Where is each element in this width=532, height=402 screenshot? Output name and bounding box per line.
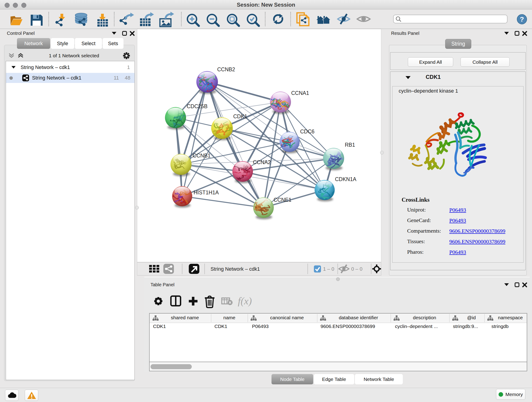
svg-text:HIST1H1A: HIST1H1A [194,190,219,196]
svg-text:1 – 0: 1 – 0 [323,266,334,272]
svg-text:CDC25B: CDC25B [187,103,208,109]
svg-text:CDK1: CDK1 [233,114,247,119]
svg-text:CCNE1: CCNE1 [273,197,291,203]
svg-text:f(x): f(x) [238,295,252,307]
svg-text:RB1: RB1 [345,142,355,148]
svg-text:CCNA1: CCNA1 [291,90,309,96]
svg-text:CDC6: CDC6 [300,128,315,134]
svg-text:CCNA2: CCNA2 [253,159,271,165]
svg-text:0 – 0: 0 – 0 [351,266,362,272]
svg-text:CCNB2: CCNB2 [217,66,235,72]
svg-text:CCNB1: CCNB1 [193,153,210,159]
svg-text:String Network – cdk1: String Network – cdk1 [210,266,260,272]
svg-text:CDKN1A: CDKN1A [335,176,356,182]
